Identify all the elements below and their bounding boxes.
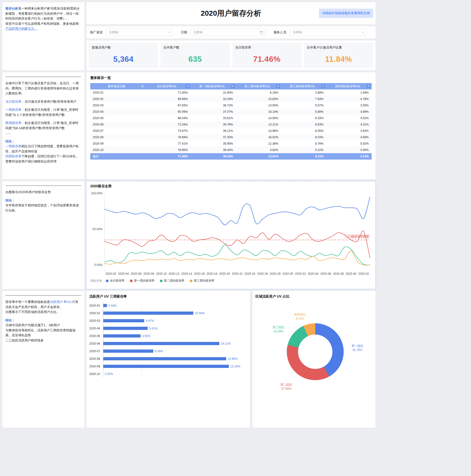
kpi-value: 71.46%: [235, 55, 299, 64]
series-line-第三周内留存率[interactable]: [105, 251, 370, 265]
bar[interactable]: [103, 311, 193, 315]
sidebar-text: 留存率中有一个重要的指标就是: [5, 300, 50, 304]
uv-bar-chart[interactable]: 2020-010.44%2020-0210.94%2020-034.97%202…: [89, 302, 247, 378]
bar[interactable]: [103, 342, 219, 345]
table-header-cell[interactable]: 最早激活日期⇅: [90, 83, 145, 89]
cell-retention-value: 1.94%: [326, 89, 372, 96]
cell-retention-value: 78.95%: [145, 147, 191, 153]
sidebar-text: 留存不仅是个可以反映客户粘性的指标，更多地反映: [5, 22, 79, 25]
table-row[interactable]: 2020-0171.90%31.90%6.19%2.88%1.94%: [90, 89, 372, 96]
cell-activation-month: 2020-05: [90, 115, 145, 121]
kpi-card-day-retention: 当日留存率 71.46%: [232, 43, 302, 68]
channel-select[interactable]: 无限制: [106, 29, 173, 36]
cell-activation-month: 2020-01: [90, 89, 145, 96]
sidebar-block-trend-notes: 右图展示2020年用户的留存走势结论：全年留存率处于相对稳定状态，个别浮动需要具…: [2, 181, 85, 289]
table-header-cell[interactable]: 第二周内留存率(%): [236, 83, 281, 89]
trend-line-chart[interactable]: 0.00%50.00%100.00%2020-022020-042020-062…: [90, 191, 372, 277]
bar[interactable]: [103, 350, 153, 353]
cell-retention-value: 6.05%: [281, 128, 326, 134]
legend-item[interactable]: 第三周内留存率: [190, 279, 214, 283]
legend-item[interactable]: 当日留存率: [106, 279, 125, 283]
series-line-第一周内留存率[interactable]: [105, 231, 370, 258]
bar[interactable]: [103, 327, 148, 330]
section-divider: [5, 77, 81, 77]
bar-value-label: 4.55%: [142, 334, 150, 338]
spacer: [5, 195, 81, 198]
sidebar-text-highlight: 结论：: [5, 318, 15, 322]
sidebar-text-highlight: 产品对用户的吸引力。: [5, 27, 37, 30]
cell-retention-value: 4.31%: [326, 121, 372, 128]
dashboard-root: 留存分析是一种用来分析用户参与情况/活跃程度的分析模型，考查看进行初始行为后的用…: [0, 0, 378, 430]
bar-category-label: 2020-07: [89, 350, 103, 353]
filter-icon[interactable]: [186, 85, 189, 88]
table-row[interactable]: 2020-0977.41%35.95%12.38%8.76%5.92%: [90, 140, 372, 147]
bar[interactable]: [103, 365, 229, 368]
filter-icon[interactable]: [231, 85, 235, 88]
legend-swatch-icon: [160, 280, 163, 282]
triangle-down-icon: [323, 86, 324, 87]
sidebar-text: 示例中活跃用户为模式属于1、3的用户: [5, 323, 60, 327]
x-axis-label: 2020-42: [358, 272, 369, 275]
table-row[interactable]: 2020-0367.83%38.72%13.93%5.57%3.55%: [90, 102, 372, 109]
bar-category-label: 2020-01: [89, 304, 103, 307]
bar[interactable]: [103, 304, 107, 307]
legend-item[interactable]: 第二周内留存率: [160, 279, 184, 283]
table-row[interactable]: 2020-0568.04%33.61%14.50%6.33%4.52%: [90, 115, 372, 121]
series-line-第二周内留存率[interactable]: [105, 245, 370, 265]
table-header-label: 最早激活日期: [108, 85, 125, 88]
filter-icon[interactable]: [322, 85, 325, 88]
trend-chart-panel[interactable]: 2020留存走势 0.00%50.00%100.00%2020-022020-0…: [86, 181, 376, 289]
table-row[interactable]: 2020-0878.69%37.30%16.52%8.03%4.58%: [90, 134, 372, 140]
table-header-cell[interactable]: 第三周内留存率(%): [281, 83, 326, 89]
donut-ring[interactable]: [287, 323, 344, 380]
legend-item[interactable]: 第一周内留存率: [130, 279, 155, 283]
triangle-down-icon: [232, 86, 234, 87]
sidebar-paragraph: 右图展示2020年用户的留存走势: [5, 190, 81, 195]
table-row[interactable]: 2020-0460.09%37.07%18.14%5.88%4.69%: [90, 109, 372, 115]
cell-activation-month: 2020-10: [90, 147, 145, 153]
bar-category-label: 2020-04: [89, 327, 103, 330]
date-picker[interactable]: 无限制: [191, 29, 266, 36]
table-header-cell[interactable]: 第一周内留存率(%): [191, 83, 236, 89]
cell-retention-value: 14.66%: [236, 128, 281, 134]
bar[interactable]: [103, 357, 226, 360]
kpi-value: 5,364: [92, 55, 155, 64]
x-axis-label: 2020-34: [308, 272, 318, 275]
filter-bar: 推广渠道 无限制 日期 无限制 服务人员 无限制: [86, 26, 376, 39]
table-row[interactable]: 2020-1078.95%36.40%4.82%0.22%0.00%: [90, 147, 372, 153]
uv-bar-chart-panel[interactable]: 活跃用户 UV 三周留存率 2020-010.44%2020-0210.94%2…: [86, 291, 250, 428]
filter-icon[interactable]: [276, 85, 280, 88]
sidebar-text: 二三战区活跃用户相对较多: [5, 339, 44, 342]
sidebar-paragraph: 全年留存率处于相对稳定状态，个别浮动需要具体进行分析。: [5, 203, 81, 213]
region-donut-chart[interactable]: 第一战区41.76%第二战区37.09%第三战区14.29%第四战区6.32%: [255, 302, 373, 424]
cell-retention-value: 14.50%: [236, 115, 281, 121]
cell-activation-month: 2020-07: [90, 128, 145, 134]
table-header-cell[interactable]: 第四周内留存率(%): [326, 83, 372, 89]
table-row[interactable]: 2020-0773.97%36.21%14.66%6.05%3.82%: [90, 128, 372, 134]
legend-swatch-icon: [190, 280, 192, 282]
sort-icon[interactable]: ⇅: [141, 85, 144, 88]
cell-retention-value: 0.22%: [281, 147, 326, 153]
cell-retention-value: 0.00%: [326, 147, 372, 153]
table-header-label: 当日留存率(%): [157, 85, 176, 88]
donut-slice-percent: 6.32%: [290, 317, 310, 321]
x-axis-label: 2020-32: [295, 272, 306, 275]
table-header-cell[interactable]: 当日留存率(%): [145, 83, 191, 89]
table-row[interactable]: 2020-0269.69%32.43%15.83%7.54%4.76%: [90, 96, 372, 102]
bar[interactable]: [103, 319, 144, 322]
bar-value-label: 14.95%: [228, 357, 238, 360]
filter-icon[interactable]: [367, 85, 370, 88]
bar[interactable]: [103, 334, 141, 338]
table-total-row: 合计71.46%36.41%13.91%6.21%4.13%: [90, 153, 372, 160]
donut-slice-name: 第三战区: [268, 325, 289, 329]
cell-retention-value: 36.40%: [191, 147, 236, 153]
region-donut-panel[interactable]: 区域活跃用户 UV 占比 第一战区41.76%第二战区37.09%第三战区14.…: [252, 291, 376, 428]
staff-select[interactable]: 无限制: [290, 29, 366, 36]
sidebar-text-highlight: 一周留存率：: [5, 108, 24, 112]
donut-slice-percent: 41.76%: [347, 348, 368, 352]
series-line-当日留存率[interactable]: [105, 197, 370, 225]
x-axis-label: 2020-28: [270, 272, 281, 275]
table-row[interactable]: 2020-0672.04%39.78%13.21%6.53%4.31%: [90, 121, 372, 128]
bar-row: 2020-045.41%: [89, 324, 247, 332]
help-button[interactable]: 详细操作指南请戳此查看帮助文档: [319, 9, 373, 18]
